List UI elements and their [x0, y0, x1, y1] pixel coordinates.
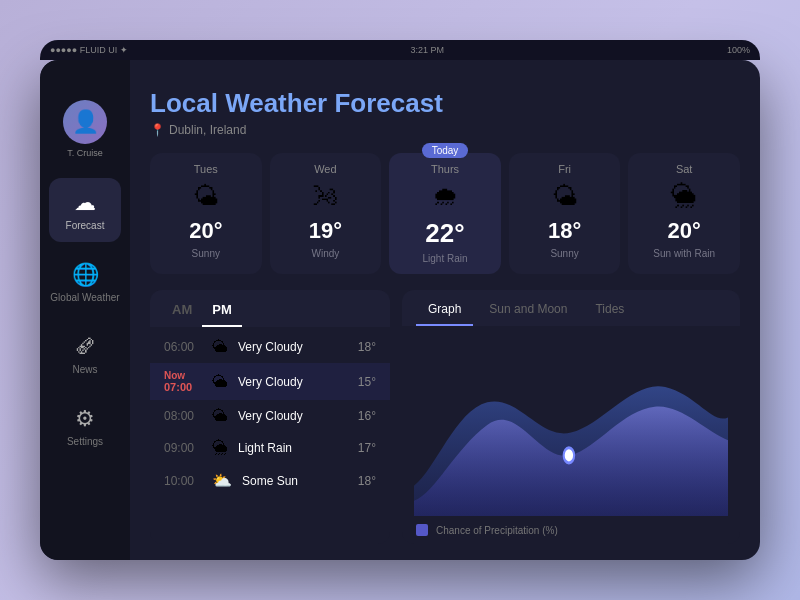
hourly-item-0600[interactable]: 06:00 🌥 Very Cloudy 18° — [150, 331, 390, 363]
sidebar: 👤 T. Cruise ☁ Forecast 🌐 Global Weather … — [40, 60, 130, 560]
condition-sat: Sun with Rain — [653, 248, 715, 259]
icon-0700: 🌥 — [212, 373, 228, 391]
icon-1000: ⛅ — [212, 471, 232, 490]
cond-0900: Light Rain — [238, 441, 348, 455]
temp-thurs: 22° — [425, 218, 464, 249]
forecast-nav-label: Forecast — [66, 220, 105, 231]
condition-wed: Windy — [311, 248, 339, 259]
hourly-item-0700[interactable]: Now07:00 🌥 Very Cloudy 15° — [150, 363, 390, 400]
time-0900: 09:00 — [164, 441, 202, 455]
weather-icon-sat: 🌦 — [671, 181, 697, 212]
weather-icon-fri: 🌤 — [552, 181, 578, 212]
tab-graph[interactable]: Graph — [416, 298, 473, 326]
temp-1000: 18° — [358, 474, 376, 488]
hourly-item-0800[interactable]: 08:00 🌥 Very Cloudy 16° — [150, 400, 390, 432]
day-label-tues: Tues — [194, 163, 218, 175]
cond-0800: Very Cloudy — [238, 409, 348, 423]
graph-area — [402, 326, 740, 520]
svg-point-0 — [564, 448, 574, 463]
temp-0700: 15° — [358, 375, 376, 389]
temp-0900: 17° — [358, 441, 376, 455]
hourly-list: 06:00 🌥 Very Cloudy 18° Now07:00 🌥 Very … — [150, 327, 390, 501]
icon-0800: 🌥 — [212, 407, 228, 425]
weather-icon-thurs: 🌧 — [432, 181, 458, 212]
temp-wed: 19° — [309, 218, 342, 244]
global-nav-label: Global Weather — [50, 292, 119, 303]
hourly-tabs: AM PM — [150, 290, 390, 327]
news-icon: 🗞 — [74, 334, 96, 360]
day-label-fri: Fri — [558, 163, 571, 175]
globe-icon: 🌐 — [72, 262, 99, 288]
temp-0600: 18° — [358, 340, 376, 354]
tab-tides[interactable]: Tides — [583, 298, 636, 326]
hourly-item-0900[interactable]: 09:00 🌦 Light Rain 17° — [150, 432, 390, 464]
time-0700: Now07:00 — [164, 370, 202, 393]
precipitation-graph — [414, 334, 728, 516]
news-nav-label: News — [72, 364, 97, 375]
temp-tues: 20° — [189, 218, 222, 244]
time-0800: 08:00 — [164, 409, 202, 423]
condition-thurs: Light Rain — [422, 253, 467, 264]
weather-icon-tues: 🌤 — [193, 181, 219, 212]
forecast-card-fri[interactable]: Fri 🌤 18° Sunny — [509, 153, 621, 274]
icon-0600: 🌥 — [212, 338, 228, 356]
cond-1000: Some Sun — [242, 474, 348, 488]
forecast-row: Tues 🌤 20° Sunny Wed 🌬 19° Windy Today T… — [150, 153, 740, 274]
tab-sun-moon[interactable]: Sun and Moon — [477, 298, 579, 326]
temp-0800: 16° — [358, 409, 376, 423]
forecast-card-wed[interactable]: Wed 🌬 19° Windy — [270, 153, 382, 274]
battery-label: 100% — [727, 45, 750, 55]
tab-am[interactable]: AM — [162, 298, 202, 327]
main-content: Local Weather Forecast 📍 Dublin, Ireland… — [130, 60, 760, 560]
cond-0600: Very Cloudy — [238, 340, 348, 354]
weather-icon-wed: 🌬 — [312, 181, 338, 212]
condition-tues: Sunny — [192, 248, 220, 259]
legend-dot — [416, 524, 428, 536]
status-bar: ●●●●● FLUID UI ✦ 3:21 PM 100% — [40, 40, 760, 60]
location-row: 📍 Dublin, Ireland — [150, 123, 740, 137]
user-name: T. Cruise — [67, 148, 103, 158]
legend-label: Chance of Precipitation (%) — [436, 525, 558, 536]
time-0600: 06:00 — [164, 340, 202, 354]
sidebar-item-forecast[interactable]: ☁ Forecast — [49, 178, 121, 242]
forecast-card-sat[interactable]: Sat 🌦 20° Sun with Rain — [628, 153, 740, 274]
sidebar-item-settings[interactable]: ⚙ Settings — [49, 394, 121, 458]
sidebar-item-news[interactable]: 🗞 News — [49, 322, 121, 386]
legend-row: Chance of Precipitation (%) — [402, 520, 740, 544]
tab-pm[interactable]: PM — [202, 298, 242, 327]
condition-fri: Sunny — [550, 248, 578, 259]
day-label-wed: Wed — [314, 163, 336, 175]
graph-tabs: Graph Sun and Moon Tides — [402, 290, 740, 326]
temp-sat: 20° — [668, 218, 701, 244]
header: Local Weather Forecast 📍 Dublin, Ireland — [150, 88, 740, 137]
icon-0900: 🌦 — [212, 439, 228, 457]
time-label: 3:21 PM — [128, 45, 727, 55]
day-label-sat: Sat — [676, 163, 693, 175]
graph-panel: Graph Sun and Moon Tides — [402, 290, 740, 544]
avatar: 👤 — [63, 100, 107, 144]
bottom-section: AM PM 06:00 🌥 Very Cloudy 18° — [150, 290, 740, 544]
sidebar-item-global[interactable]: 🌐 Global Weather — [49, 250, 121, 314]
cloud-icon: ☁ — [74, 190, 96, 216]
location-label: Dublin, Ireland — [169, 123, 246, 137]
hourly-panel: AM PM 06:00 🌥 Very Cloudy 18° — [150, 290, 390, 544]
temp-fri: 18° — [548, 218, 581, 244]
forecast-card-thurs[interactable]: Today Thurs 🌧 22° Light Rain — [389, 153, 501, 274]
today-badge: Today — [422, 143, 469, 158]
hourly-item-1000[interactable]: 10:00 ⛅ Some Sun 18° — [150, 464, 390, 497]
time-1000: 10:00 — [164, 474, 202, 488]
carrier-label: ●●●●● FLUID UI ✦ — [50, 45, 128, 55]
day-label-thurs: Thurs — [431, 163, 459, 175]
cond-0700: Very Cloudy — [238, 375, 348, 389]
settings-nav-label: Settings — [67, 436, 103, 447]
gear-icon: ⚙ — [75, 406, 95, 432]
location-pin-icon: 📍 — [150, 123, 165, 137]
page-title: Local Weather Forecast — [150, 88, 740, 119]
forecast-card-tues[interactable]: Tues 🌤 20° Sunny — [150, 153, 262, 274]
